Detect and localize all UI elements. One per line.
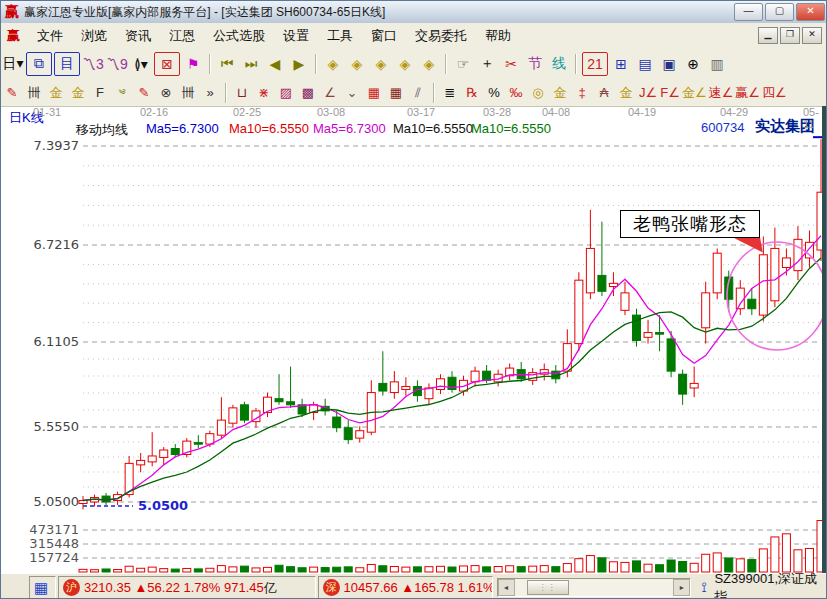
percent-line-icon[interactable]: ℞ [462,83,482,103]
period-day-dropdown[interactable]: 日▾ [2,53,24,75]
pencil-ruler-icon[interactable]: ✎ [134,83,154,103]
compress-diamond-icon[interactable]: ◈ [394,53,416,75]
prev-icon[interactable]: ◀ [264,53,286,75]
flag-pair-icon[interactable]: ‡ [572,83,592,103]
menu-item-交易委托[interactable]: 交易委托 [406,24,476,48]
menu-item-文件[interactable]: 文件 [28,24,72,48]
ray-fan-icon[interactable]: ⋇ [254,83,274,103]
dark-box-icon[interactable]: ▩ [298,83,318,103]
kline-pattern-icon[interactable]: ⊠ [154,52,180,76]
permille-icon[interactable]: ‰ [506,83,526,103]
red-grid-icon[interactable]: ▦ [364,83,384,103]
parallel-lines-icon[interactable]: ⫽ [408,83,428,103]
gold-ruler-icon[interactable]: 金 [46,83,66,103]
minute-chart-9-icon[interactable]: 〽9 [106,53,128,75]
circle-ruler-icon[interactable]: ⊗ [156,83,176,103]
gann-ruler-icon[interactable]: 卌 [24,83,44,103]
percent-icon[interactable]: % [484,83,504,103]
next-icon[interactable]: ▶ [288,53,310,75]
full-diamond-icon[interactable]: ◈ [418,53,440,75]
horizontal-scrollbar[interactable]: ◂ ⋮⋮ ▸ [497,578,692,597]
red-grid2-icon[interactable]: ▦ [386,83,406,103]
menu-item-工具[interactable]: 工具 [318,24,362,48]
ma-legend-5: Ma10=6.5550 [471,121,551,136]
volume-bar [229,567,237,572]
volume-axis-label: 473171 [29,522,79,537]
menu-item-帮助[interactable]: 帮助 [476,24,520,48]
more-chevron[interactable]: » [200,83,220,103]
calendar-21-icon[interactable]: 21 [582,52,608,76]
minute-chart-3-icon[interactable]: 〽3 [82,53,104,75]
volume-bar [356,568,364,572]
shenzhen-index-panel[interactable]: 深 10457.66 ▲165.78 1.61% 987.58 亿 [318,576,493,599]
double-a-icon[interactable]: ₳ [594,83,614,103]
trade-truck-icon[interactable]: ▥ [706,53,728,75]
angle-line-icon[interactable]: ∠ [320,83,340,103]
menu-item-窗口[interactable]: 窗口 [362,24,406,48]
gold-under-icon[interactable]: 金 [616,83,636,103]
info-list-icon[interactable]: 目 [54,52,80,76]
f-angle-icon[interactable]: F∠ [660,83,680,103]
volume-bar [805,548,813,572]
ma-legend-4: Ma10=6.5550 [393,121,473,136]
expand-diamond-icon[interactable]: ◈ [370,53,392,75]
f-ruler-icon[interactable]: F [90,83,110,103]
candle-body [667,339,675,371]
color-ribbon-icon[interactable]: ⚑ [182,53,204,75]
menu-item-设置[interactable]: 设置 [274,24,318,48]
shaded-box-icon[interactable]: ▨ [276,83,296,103]
save-icon[interactable]: ▣ [658,53,680,75]
gold-level-icon[interactable]: 金 [550,83,570,103]
mdi-minimize-button[interactable]: ▁ [758,27,778,44]
speed-angle-icon[interactable]: 速∠ [709,83,734,103]
candle-body [782,258,790,268]
annotation-box[interactable]: 老鸭张嘴形态 [620,210,760,238]
red-pencil-icon[interactable]: ✎ [2,83,22,103]
volume-bar [137,568,145,572]
scrollbar-thumb[interactable]: ⋮⋮ [527,580,569,595]
notes-icon[interactable]: ▤ [634,53,656,75]
mark-icon[interactable]: 节 [524,53,546,75]
grid-ruler-icon[interactable]: 卌 [178,83,198,103]
shanghai-index-panel[interactable]: 沪 3210.35 ▲56.22 1.78% 971.45 亿 [58,576,316,599]
zoom-right-diamond-icon[interactable]: ◈ [346,53,368,75]
bars-icon[interactable]: ≣ [440,83,460,103]
scroll-right-arrow[interactable]: ▸ [673,579,690,596]
crosshair-icon[interactable]: ＋ [476,53,498,75]
calendar-panel[interactable]: ▦ [29,576,56,599]
kline-chart[interactable]: 7.39376.72166.11055.55505.05004731713154… [1,106,827,573]
overlay-window-icon[interactable]: ⧉ [26,52,52,76]
zigzag-icon[interactable]: ⌄ [342,83,362,103]
mdi-close-button[interactable]: ✕ [802,27,822,44]
menu-item-浏览[interactable]: 浏览 [72,24,116,48]
candle-body [171,449,179,455]
scroll-left-arrow[interactable]: ◂ [498,579,515,596]
menu-item-公式选股[interactable]: 公式选股 [204,24,274,48]
maximize-button[interactable]: ▢ [765,3,794,21]
mdi-restore-button[interactable]: ❐ [780,27,800,44]
hand-drag-icon[interactable]: ☞ [452,53,474,75]
volume-bar [310,567,318,572]
candle-style-dropdown[interactable]: ≬▾ [130,53,152,75]
win-angle-icon[interactable]: 赢∠ [735,83,760,103]
four-angle-icon[interactable]: 四∠ [762,83,787,103]
close-button[interactable]: ✕ [796,3,825,21]
box-tool-icon[interactable]: ⊔ [232,83,252,103]
curve-icon[interactable]: 线 [548,53,570,75]
first-page-icon[interactable]: ⏮ [216,53,238,75]
gold-angle-icon[interactable]: 金∠ [682,83,707,103]
menu-item-资讯[interactable]: 资讯 [116,24,160,48]
last-page-icon[interactable]: ⏭ [240,53,262,75]
current-index-label[interactable]: SZ399001,深证成指 [714,570,827,599]
menu-item-江恩[interactable]: 江恩 [160,24,204,48]
candle-body [575,280,583,343]
web-data-icon[interactable]: ⊕ [682,53,704,75]
spiral-icon[interactable]: ༄ [112,83,132,103]
measure-icon[interactable]: ✂ [500,53,522,75]
calculator-icon[interactable]: ⊞ [610,53,632,75]
gold-ruler2-icon[interactable]: 金 [68,83,88,103]
j-angle-icon[interactable]: J∠ [638,83,658,103]
zoom-left-diamond-icon[interactable]: ◈ [322,53,344,75]
minimize-button[interactable]: — [734,3,763,21]
gold-circle-icon[interactable]: ◎ [528,83,548,103]
